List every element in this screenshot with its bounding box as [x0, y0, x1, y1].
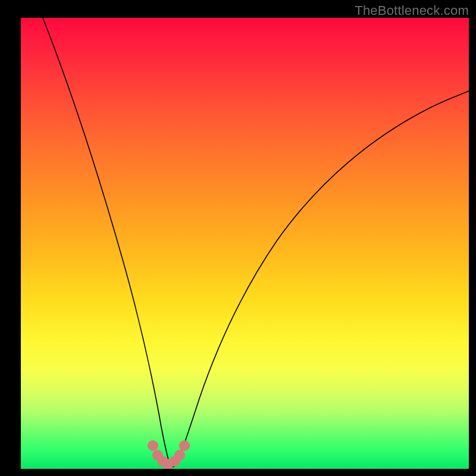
svg-point-0: [148, 440, 158, 451]
plot-area: [21, 18, 469, 469]
svg-point-5: [174, 450, 185, 461]
svg-point-6: [179, 440, 190, 451]
chart-frame: TheBottleneck.com: [0, 0, 476, 476]
plot-svg: [21, 18, 469, 469]
dots-pink: [148, 440, 190, 469]
curve-black: [43, 18, 469, 467]
watermark-text: TheBottleneck.com: [355, 3, 469, 18]
